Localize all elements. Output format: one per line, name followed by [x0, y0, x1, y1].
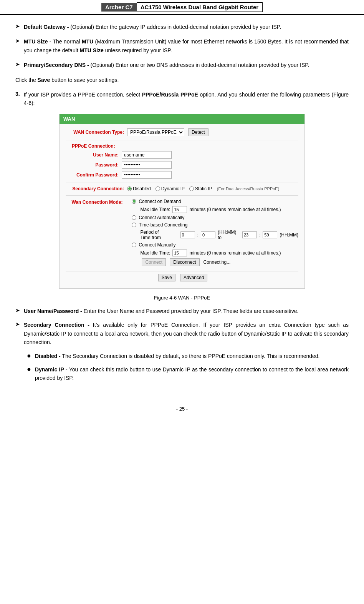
radio-conn-auto — [132, 215, 136, 220]
figure-caption: Figure 4-6 WAN - PPPoE — [15, 295, 349, 301]
product-name: Archer C7 — [101, 3, 137, 12]
user-name-label: User Name: — [72, 152, 122, 158]
wan-connection-type-value: PPPoE/Russia PPPoE Detect — [127, 128, 208, 136]
password-input[interactable] — [122, 161, 172, 169]
dot-icon: ● — [27, 365, 31, 374]
period-row: Period of Time:from : (HH:MM) to : (HH:M… — [140, 230, 298, 240]
page-title: AC1750 Wireless Dual Band Gigabit Router — [137, 2, 263, 12]
mode-connect-manually[interactable]: Connect Manually — [132, 242, 298, 248]
disconnect-button[interactable]: Disconnect — [170, 258, 199, 266]
radio-circle-static — [189, 186, 194, 191]
arrow-icon: ➤ — [15, 307, 20, 313]
mode-label-manual: Connect Manually — [139, 242, 175, 248]
max-idle-note2: minutes (0 means remain active at all ti… — [189, 250, 281, 256]
max-idle-row2: Max Idle Time: minutes (0 means remain a… — [140, 250, 298, 256]
wan-connection-type-label: WAN Connection Type: — [66, 130, 127, 135]
wan-mode-options: Connect on Demand Max Idle Time: minutes… — [132, 199, 298, 268]
bullet-default-gateway: ➤ Default Gateway - (Optional) Enter the… — [15, 23, 349, 31]
bullet-dns: ➤ Primary/Secondary DNS - (Optional) Ent… — [15, 61, 349, 69]
period-colon1: : — [197, 232, 199, 238]
radio-circle-dynamic — [156, 186, 160, 191]
user-name-row: User Name: — [72, 151, 298, 159]
bullet-mtu-text: MTU Size - The normal MTU (Maximum Trans… — [24, 37, 349, 55]
wan-connection-type-select[interactable]: PPPoE/Russia PPPoE — [127, 128, 184, 136]
period-to-input[interactable] — [242, 231, 257, 238]
desc-username-text: User Name/Password - Enter the User Name… — [24, 307, 298, 315]
dot-disabled-text: Disabled - The Secondary Connection is d… — [35, 352, 320, 360]
save-advanced-row: Save Advanced — [66, 271, 298, 284]
mode-label-time: Time-based Connecting — [139, 222, 187, 228]
period-hhmm1-label: (HH:MM) to — [218, 230, 240, 240]
period-from-input[interactable] — [180, 231, 195, 238]
wan-body: WAN Connection Type: PPPoE/Russia PPPoE … — [60, 124, 304, 288]
desc-bullet-secondary: ➤ Secondary Connection - It's available … — [15, 321, 349, 346]
period-colon2: : — [259, 232, 260, 238]
user-name-input[interactable] — [122, 151, 172, 159]
numbered-text: If your ISP provides a PPPoE connection,… — [24, 90, 349, 108]
arrow-icon: ➤ — [15, 23, 20, 29]
desc-bullet-username: ➤ User Name/Password - Enter the User Na… — [15, 307, 349, 315]
period-hhmm2-label: (HH:MM) — [280, 232, 298, 238]
wan-mode-label: Wan Connection Mode: — [66, 200, 126, 205]
dot-icon: ● — [27, 352, 31, 360]
item-number: 3. — [15, 91, 20, 97]
page-header: Archer C7 AC1750 Wireless Dual Band Giga… — [0, 0, 364, 15]
mode-label-demand: Connect on Demand — [139, 199, 181, 204]
bullet-mtu-size: ➤ MTU Size - The normal MTU (Maximum Tra… — [15, 37, 349, 55]
radio-static-ip[interactable]: Static IP — [189, 186, 212, 191]
wan-connection-type-row: WAN Connection Type: PPPoE/Russia PPPoE … — [66, 128, 298, 136]
password-label: Password: — [72, 162, 122, 168]
bullet-dns-text: Primary/Secondary DNS - (Optional) Enter… — [24, 61, 309, 69]
dot-bullet-dynamic-ip: ● Dynamic IP - You can check this radio … — [27, 365, 349, 383]
max-idle-label1: Max Idle Time: — [140, 207, 170, 212]
max-idle-note1: minutes (0 means remain active at all ti… — [189, 207, 281, 212]
detect-button[interactable]: Detect — [188, 128, 208, 136]
confirm-password-row: Confirm Password: — [72, 171, 298, 179]
secondary-conn-options: Disabled Dynamic IP Static IP (For Dual … — [127, 186, 279, 191]
bullet-default-gateway-text: Default Gateway - (Optional) Enter the g… — [24, 23, 281, 31]
period-to-min-input[interactable] — [263, 231, 277, 238]
wan-mode-section: Wan Connection Mode: Connect on Demand M… — [66, 199, 298, 268]
password-row: Password: — [72, 161, 298, 169]
divider — [66, 140, 298, 140]
max-idle-input2[interactable] — [172, 250, 187, 256]
max-idle-label2: Max Idle Time: — [140, 250, 170, 256]
divider2 — [66, 183, 298, 183]
confirm-password-label: Confirm Password: — [72, 172, 122, 178]
arrow-icon: ➤ — [15, 38, 20, 44]
save-button[interactable]: Save — [158, 274, 175, 281]
pppoe-section-label: PPPoE Connection: — [72, 143, 115, 149]
secondary-conn-label: Secondary Connection: — [66, 186, 127, 191]
radio-circle-disabled — [127, 186, 132, 191]
desc-secondary-text: Secondary Connection - It's available on… — [24, 321, 349, 346]
mode-connect-on-demand[interactable]: Connect on Demand — [132, 199, 298, 204]
divider3 — [66, 195, 298, 196]
wan-header: WAN — [60, 114, 304, 124]
wan-figure: WAN WAN Connection Type: PPPoE/Russia PP… — [59, 114, 305, 289]
radio-conn-manual — [132, 243, 136, 247]
radio-dynamic-ip[interactable]: Dynamic IP — [156, 186, 185, 191]
click-save-text: Click the Save button to save your setti… — [15, 76, 349, 84]
radio-disabled[interactable]: Disabled — [127, 186, 151, 191]
dot-dynamic-ip-text: Dynamic IP - You can check this radio bu… — [35, 365, 349, 383]
radio-time-based — [132, 223, 136, 227]
confirm-password-input[interactable] — [122, 171, 172, 179]
connect-button[interactable]: Connect — [142, 258, 166, 266]
mode-label-auto: Connect Automatically — [139, 215, 184, 220]
secondary-connection-row: Secondary Connection: Disabled Dynamic I… — [66, 186, 298, 191]
mode-connect-auto[interactable]: Connect Automatically — [132, 215, 298, 220]
max-idle-input1[interactable] — [172, 206, 187, 213]
period-from-min-input[interactable] — [201, 231, 215, 238]
radio-disabled-label: Disabled — [133, 186, 151, 191]
mode-time-based[interactable]: Time-based Connecting — [132, 222, 298, 228]
advanced-button[interactable]: Advanced — [180, 274, 207, 281]
dot-bullet-disabled: ● Disabled - The Secondary Connection is… — [27, 352, 349, 360]
numbered-item-3: 3. If your ISP provides a PPPoE connecti… — [15, 90, 349, 108]
connect-buttons-row: Connect Disconnect Connecting... — [140, 258, 298, 266]
arrow-icon: ➤ — [15, 321, 20, 327]
radio-static-label: Static IP — [195, 186, 212, 191]
secondary-conn-note: (For Dual Access/Russia PPPoE) — [217, 186, 280, 191]
radio-conn-demand — [132, 199, 136, 204]
period-from-label: Period of Time:from — [140, 230, 178, 240]
max-idle-row1: Max Idle Time: minutes (0 means remain a… — [140, 206, 298, 213]
